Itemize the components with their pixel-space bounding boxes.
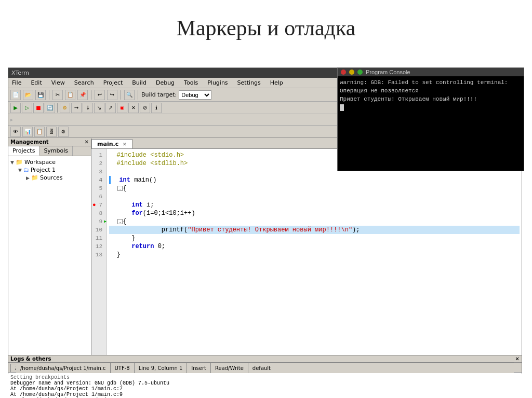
expand-workspace-icon: ▼ [10,160,14,165]
open-button[interactable]: 📂 [23,90,33,100]
menu-plugins[interactable]: Plugins [206,79,229,87]
info-button[interactable]: ℹ [151,103,162,113]
stop-button[interactable]: ■ [33,103,44,113]
sources-folder-icon: 📁 [31,174,38,181]
undo-button[interactable]: ↩ [95,90,105,100]
project-icon: 🗂 [23,167,29,173]
status-filepath: /home/dusha/qs/Project 1/main.c [16,363,111,373]
menu-help[interactable]: Help [269,79,285,87]
debug-button[interactable]: ⚙ [60,103,70,113]
menu-edit[interactable]: Edit [29,79,43,87]
step-button[interactable]: → [71,103,82,113]
console-cursor-line [340,103,522,112]
code-content[interactable]: #include <stdio.h> #include <stdlib.h> i… [107,149,522,355]
redo-button[interactable]: ↪ [107,90,117,100]
management-header: Management ✕ [8,138,91,146]
clear-bp-button[interactable]: ✕ [128,103,139,113]
locals-button[interactable]: 📊 [22,127,33,137]
menu-debug[interactable]: Debug [154,79,176,87]
menu-project[interactable]: Project [102,79,125,87]
console-line-1: Привет студенты! Открываем новый мир!!!! [340,95,522,103]
tree-workspace[interactable]: ▼ 📁 Workspace [10,158,89,166]
status-access: Read/Write [211,363,248,373]
menu-settings[interactable]: Settings [236,79,262,87]
line-3: 3 [94,168,104,176]
workspace-label: Workspace [24,159,56,166]
log-line-0: Setting breakpoints [10,375,520,380]
left-panel: Management ✕ Projects Symbols ▼ 📁 Worksp… [8,138,91,355]
tab-symbols[interactable]: Symbols [39,146,73,156]
menu-tools[interactable]: Tools [182,79,200,87]
line-8: 8 [94,209,104,217]
code-line-4: int main() [109,176,520,184]
sources-label: Sources [40,174,63,181]
menu-file[interactable]: File [10,79,23,87]
code-line-6 [109,193,520,201]
breakpoint-button[interactable]: ◉ [117,103,127,113]
close-tab-icon[interactable]: ✕ [123,142,127,147]
code-line-9: -{ [109,217,520,226]
menu-build[interactable]: Build [130,79,148,87]
log-content: Setting breakpoints Debugger name and ve… [8,373,522,398]
tab-projects[interactable]: Projects [8,146,39,156]
console-minimize-dot[interactable] [349,70,354,75]
page-title: Маркеры и отладка [0,0,532,51]
console-maximize-dot[interactable] [357,70,363,75]
menu-view[interactable]: View [50,79,66,87]
management-tabs: Projects Symbols [8,146,91,156]
tree-project1[interactable]: ▼ 🗂 Project 1 [10,166,89,174]
expand-sources-icon: ▶ [26,175,30,181]
rebuild-button[interactable]: 🔄 [45,103,55,113]
code-line-12: return 0; [109,242,520,251]
project-tree: ▼ 📁 Workspace ▼ 🗂 Project 1 ▶ 📁 Sources [8,156,91,355]
step-out-button[interactable]: ↗ [105,103,116,113]
console-close-dot[interactable] [341,70,346,75]
search-button[interactable]: 🔍 [124,90,135,100]
console-title: Program Console [366,69,410,75]
step-into-button[interactable]: ↘ [94,103,104,113]
code-editor[interactable]: 1 2 3 4 5 6 ●7 8 9▶ 10 11 12 13 [91,149,522,355]
line-6: 6 [94,193,104,201]
code-line-10: printf("Привет студенты! Открываем новый… [109,226,520,234]
management-title: Management [10,139,49,145]
code-line-5: -{ [109,184,520,193]
line-1: 1 [94,151,104,159]
next-button[interactable]: ↓ [83,103,93,113]
mem-button[interactable]: 🗄 [46,127,57,137]
console-line-0: warning: GDB: Failed to set controlling … [340,78,522,95]
disasm-button[interactable]: ⚙ [58,127,69,137]
cut-button[interactable]: ✂ [52,90,63,100]
console-title-bar: Program Console [338,68,524,76]
callstack-button[interactable]: 📋 [34,127,45,137]
toggle-bp-button[interactable]: ⊘ [140,103,150,113]
line-2: 2 [94,159,104,168]
paste-button[interactable]: 📌 [77,90,88,100]
expand-project1-icon: ▼ [18,168,22,173]
save-button[interactable]: 💾 [35,90,46,100]
status-position: Line 9, Column 1 [135,363,188,373]
build-target-label: Build target: [141,91,177,98]
editor-tab-main-c[interactable]: main.c ✕ [91,139,132,148]
title-bar-text: XTerm [11,70,29,76]
tree-sources[interactable]: ▶ 📁 Sources [10,174,89,182]
watch-button[interactable]: 👁 [10,127,21,137]
run-button[interactable]: ▷ [22,103,32,113]
sep5 [57,103,58,113]
log-line-3: At /home/dusha/qs/Project 1/main.c:9 [10,392,520,397]
status-encoding: UTF-8 [111,363,135,373]
close-icon[interactable]: ✕ [85,139,89,145]
build-and-run-button[interactable]: ▶ [10,103,21,113]
line-numbers: 1 2 3 4 5 6 ●7 8 9▶ 10 11 12 13 [91,149,107,355]
new-button[interactable]: 📄 [10,90,21,100]
bottom-panel: Logs & others ✕ λ Code::Blocks 🔍 Search … [8,355,522,398]
close-bottom-icon[interactable]: ✕ [515,356,520,362]
log-line-2: At /home/dusha/qs/Project 1/main.c:7 [10,386,520,392]
menu-search[interactable]: Search [73,79,96,87]
build-target-select[interactable]: Debug Release [179,90,211,100]
sep2 [91,90,91,100]
console-output: warning: GDB: Failed to set controlling … [338,76,524,168]
line-4: 4 [94,176,104,184]
copy-button[interactable]: 📋 [65,90,75,100]
program-console: Program Console warning: GDB: Failed to … [337,67,524,171]
sep4 [138,90,138,100]
